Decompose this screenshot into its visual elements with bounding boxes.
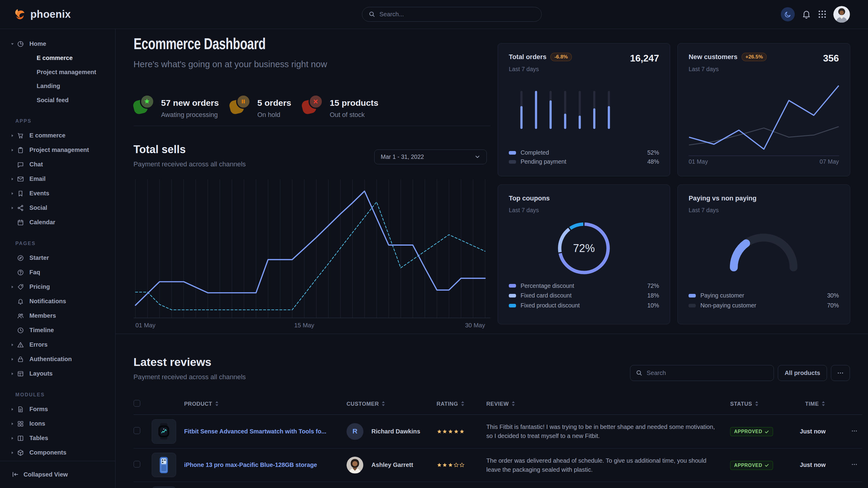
- sidebar-item-starter[interactable]: Starter: [0, 251, 115, 265]
- legend-item: Non-paying customer70%: [688, 302, 839, 309]
- sidebar-item-members[interactable]: Members: [0, 308, 115, 323]
- col-header-status[interactable]: STATUS: [730, 400, 800, 415]
- product-thumbnail-phone: [152, 453, 176, 477]
- sidebar-item-label: Members: [30, 312, 56, 319]
- sidebar-item-icons[interactable]: Icons: [0, 417, 115, 431]
- notifications-button[interactable]: [802, 10, 811, 19]
- sidebar-item-project-management[interactable]: Project management: [0, 143, 115, 157]
- sidebar-collapse-button[interactable]: Collapsed View: [0, 461, 115, 488]
- caret-right-icon: [10, 357, 15, 361]
- sidebar-item-email[interactable]: Email: [0, 172, 115, 186]
- caret-right-icon: [10, 408, 15, 411]
- sidebar-item-label: Pricing: [30, 283, 50, 290]
- star-filled-icon: [442, 462, 447, 467]
- stat-out-of-stock: 15 products Out of stock: [302, 94, 378, 119]
- sidebar-item-chat[interactable]: Chat: [0, 157, 115, 172]
- row-more-button[interactable]: [851, 461, 858, 467]
- col-header-customer[interactable]: CUSTOMER: [346, 400, 437, 415]
- total-sells-subtitle: Payment received across all channels: [134, 160, 246, 168]
- star-filled-icon: [437, 462, 442, 467]
- col-header-review[interactable]: REVIEW: [487, 400, 731, 415]
- envelope-icon: [17, 175, 24, 183]
- cube-icon: [17, 449, 24, 456]
- sidebar-subitem-landing[interactable]: Landing: [0, 79, 115, 93]
- caret-right-icon: [10, 372, 15, 376]
- date-range-select[interactable]: Mar 1 - 31, 2022: [374, 150, 487, 165]
- theme-toggle-button[interactable]: [781, 7, 795, 22]
- sidebar-item-tables[interactable]: Tables: [0, 431, 115, 446]
- legend-item: Percentage discount72%: [509, 283, 659, 289]
- sidebar-subitem-e-commerce[interactable]: E commerce: [0, 51, 115, 65]
- sidebar-item-label: Forms: [30, 406, 48, 413]
- reviews-search-input[interactable]: Search: [630, 365, 774, 381]
- sidebar-item-events[interactable]: Events: [0, 186, 115, 201]
- product-link[interactable]: iPhone 13 pro max-Pacific Blue-128GB sto…: [184, 461, 347, 468]
- product-link[interactable]: Fitbit Sense Advanced Smartwatch with To…: [184, 428, 347, 435]
- sidebar-item-notifications[interactable]: Notifications: [0, 294, 115, 308]
- customer-name[interactable]: Ashley Garrett: [372, 461, 413, 468]
- cart-icon: [17, 132, 24, 139]
- grid-3x3-icon: [818, 10, 827, 19]
- sidebar-item-components[interactable]: Components: [0, 446, 115, 460]
- star-empty-icon: [454, 462, 459, 467]
- star-badge-icon: [134, 94, 154, 115]
- star-filled-icon: [442, 429, 447, 434]
- row-checkbox[interactable]: [134, 427, 141, 434]
- sidebar-item-errors[interactable]: Errors: [0, 337, 115, 352]
- sidebar-item-label: Icons: [30, 420, 45, 427]
- sidebar-item-authentication[interactable]: Authentication: [0, 352, 115, 366]
- sidebar-item-faq[interactable]: Faq: [0, 265, 115, 280]
- sidebar-item-forms[interactable]: Forms: [0, 402, 115, 417]
- row-checkbox[interactable]: [134, 461, 141, 468]
- check-icon: [765, 463, 769, 467]
- warning-triangle-icon: [17, 341, 24, 349]
- total-orders-legend: Completed52%Pending payment48%: [509, 149, 659, 165]
- total-orders-bar-chart: [509, 90, 660, 129]
- user-avatar[interactable]: [833, 6, 850, 23]
- reviews-more-button[interactable]: [831, 365, 850, 381]
- sidebar-item-layouts[interactable]: Layouts: [0, 366, 115, 381]
- legend-value: 52%: [647, 149, 659, 156]
- sidebar-item-e-commerce[interactable]: E commerce: [0, 128, 115, 143]
- review-text: This Fitbit is fantastic! I was trying t…: [487, 422, 731, 441]
- sidebar-item-social[interactable]: Social: [0, 201, 115, 215]
- reviews-header: Latest reviews Payment received across a…: [134, 356, 862, 381]
- sidebar-item-label: Timeline: [30, 327, 54, 334]
- caret-right-icon: [10, 343, 15, 347]
- compass-icon: [17, 254, 24, 262]
- customer-name[interactable]: Richard Dawkins: [372, 428, 421, 435]
- row-more-button[interactable]: [851, 428, 858, 434]
- legend-swatch: [509, 284, 516, 288]
- top-coupons-legend: Percentage discount72%Fixed card discoun…: [509, 283, 659, 309]
- brand-logo[interactable]: phoenix: [13, 8, 71, 21]
- sidebar-subitem-project-management[interactable]: Project management: [0, 65, 115, 79]
- stat-awating-processing: 57 new orders Awating processing: [134, 94, 219, 119]
- reviews-search-placeholder: Search: [647, 369, 666, 377]
- caret-right-icon: [10, 148, 15, 152]
- sidebar-item-home[interactable]: Home: [0, 37, 115, 51]
- file-text-icon: [17, 406, 24, 413]
- caret-right-icon: [10, 134, 15, 137]
- sidebar-item-label: Errors: [30, 341, 48, 348]
- sidebar-subitem-social-feed[interactable]: Social feed: [0, 93, 115, 107]
- col-header-rating[interactable]: RATING: [437, 400, 487, 415]
- apps-menu-button[interactable]: [818, 10, 827, 19]
- total-orders-title: Total orders: [509, 53, 547, 61]
- sidebar-item-calendar[interactable]: Calendar: [0, 215, 115, 230]
- caret-right-icon: [10, 206, 15, 210]
- total-orders-period: Last 7 days: [509, 66, 572, 73]
- all-products-button[interactable]: All products: [778, 365, 827, 381]
- col-header-time[interactable]: TIME: [800, 400, 825, 415]
- sidebar-item-timeline[interactable]: Timeline: [0, 323, 115, 337]
- sort-icon: [461, 401, 464, 406]
- col-header-product[interactable]: PRODUCT: [184, 400, 347, 415]
- sidebar-item-label: Components: [30, 449, 67, 456]
- legend-label: Fixed product discount: [521, 302, 580, 309]
- review-row: iPhone 13 pro max-Pacific Blue-128GB sto…: [134, 448, 863, 482]
- select-all-checkbox[interactable]: [134, 400, 141, 407]
- top-coupons-donut-chart: 72%: [556, 221, 611, 276]
- sidebar-item-pricing[interactable]: Pricing: [0, 280, 115, 294]
- navbar-search-input[interactable]: Search...: [362, 7, 542, 22]
- legend-value: 70%: [827, 302, 839, 309]
- legend-item: Fixed card discount18%: [509, 292, 659, 299]
